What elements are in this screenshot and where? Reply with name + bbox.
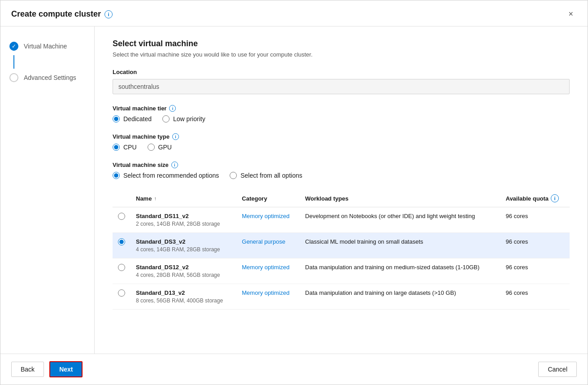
dialog-title-row: Create compute cluster i [11,9,113,19]
vm-tier-lowpriority-label: Low priority [173,115,205,122]
step-circle-advanced-settings [9,73,18,82]
sidebar-item-virtual-machine[interactable]: ✓ Virtual Machine [0,37,94,55]
row-radio-d13v2[interactable] [118,289,125,297]
vm-tier-dedicated-option[interactable]: Dedicated [113,115,152,122]
vm-specs-text: 4 cores, 28GB RAM, 56GB storage [136,272,220,278]
dialog-container: Create compute cluster i × ✓ Virtual Mac… [0,0,588,385]
vm-tier-dedicated-radio[interactable] [113,115,120,122]
category-link-ds11v2[interactable]: Memory optimized [242,213,289,219]
row-category-ds12v2[interactable]: Memory optimized [236,258,300,284]
category-link-ds3v2[interactable]: General purpose [242,238,285,245]
sidebar-item-advanced-settings[interactable]: Advanced Settings [0,69,94,87]
vm-name-text: Standard_D13_v2 [136,289,231,296]
vm-size-field-group: Virtual machine size i Select from recom… [113,162,570,179]
main-content: Select virtual machine Select the virtua… [95,26,588,354]
th-quota-content: Available quota i [505,194,564,202]
table-row[interactable]: Standard_DS12_v24 cores, 28GB RAM, 56GB … [113,258,570,284]
row-category-ds3v2[interactable]: General purpose [236,233,300,258]
next-button[interactable]: Next [49,361,83,377]
row-name-ds12v2: Standard_DS12_v24 cores, 28GB RAM, 56GB … [131,258,236,284]
vm-tier-lowpriority-radio[interactable] [162,115,170,122]
th-select [113,190,131,207]
quota-info-icon[interactable]: i [551,194,559,202]
row-name-ds3v2: Standard_DS3_v24 cores, 14GB RAM, 28GB s… [131,233,236,258]
location-label: Location [113,69,570,75]
dialog-footer: Back Next Cancel [0,354,588,385]
location-input[interactable] [113,79,570,94]
th-name: Name ↑ [131,190,236,207]
row-workload-ds11v2: Development on Notebooks (or other IDE) … [300,207,500,233]
row-name-d13v2: Standard_D13_v28 cores, 56GB RAM, 400GB … [131,284,236,310]
row-category-d13v2[interactable]: Memory optimized [236,284,300,310]
vm-name-text: Standard_DS3_v2 [136,238,231,245]
dialog-info-icon[interactable]: i [105,10,113,18]
sidebar-connector [13,55,14,69]
vm-tier-field-group: Virtual machine tier i Dedicated Low pri… [113,105,570,122]
vm-type-cpu-option[interactable]: CPU [113,144,137,151]
vm-size-recommended-option[interactable]: Select from recommended options [113,172,219,179]
vm-type-gpu-radio[interactable] [148,144,155,151]
section-title: Select virtual machine [113,39,570,48]
row-quota-ds12v2: 96 cores [500,258,570,284]
table-row[interactable]: Standard_DS3_v24 cores, 14GB RAM, 28GB s… [113,233,570,258]
dialog-header: Create compute cluster i × [0,0,588,26]
row-quota-ds3v2: 96 cores [500,233,570,258]
row-category-ds11v2[interactable]: Memory optimized [236,207,300,233]
vm-tier-lowpriority-option[interactable]: Low priority [162,115,205,122]
vm-type-info-icon[interactable]: i [172,133,179,140]
vm-size-radio-group: Select from recommended options Select f… [113,172,570,179]
row-radio-cell-ds12v2[interactable] [113,258,131,284]
vm-tier-info-icon[interactable]: i [169,105,176,112]
vm-size-all-radio[interactable] [230,172,237,179]
back-button[interactable]: Back [11,362,44,377]
vm-type-gpu-label: GPU [158,144,172,151]
vm-size-recommended-radio[interactable] [113,172,120,179]
step-circle-virtual-machine: ✓ [9,42,18,51]
sort-arrow-name[interactable]: ↑ [154,196,157,201]
row-radio-ds3v2[interactable] [118,238,125,245]
sidebar-label-advanced-settings: Advanced Settings [24,74,76,81]
table-row[interactable]: Standard_DS11_v22 cores, 14GB RAM, 28GB … [113,207,570,233]
row-radio-cell-ds3v2[interactable] [113,233,131,258]
vm-type-gpu-option[interactable]: GPU [148,144,172,151]
table-header-row: Name ↑ Category Workload types Available… [113,190,570,207]
table-row[interactable]: Standard_D13_v28 cores, 56GB RAM, 400GB … [113,284,570,310]
dialog-title: Create compute cluster [11,9,101,19]
vm-type-cpu-radio[interactable] [113,144,120,151]
row-radio-ds12v2[interactable] [118,264,125,271]
vm-tier-label: Virtual machine tier i [113,105,570,112]
row-name-ds11v2: Standard_DS11_v22 cores, 14GB RAM, 28GB … [131,207,236,233]
row-workload-ds3v2: Classical ML model training on small dat… [300,233,500,258]
vm-type-cpu-label: CPU [123,144,137,151]
row-quota-ds11v2: 96 cores [500,207,570,233]
cancel-button[interactable]: Cancel [538,362,577,377]
category-link-ds12v2[interactable]: Memory optimized [242,264,289,271]
th-category: Category [236,190,300,207]
row-radio-cell-ds11v2[interactable] [113,207,131,233]
vm-type-field-group: Virtual machine type i CPU GPU [113,133,570,151]
check-icon: ✓ [10,42,17,51]
row-workload-d13v2: Data manipulation and training on large … [300,284,500,310]
row-radio-ds11v2[interactable] [118,213,125,220]
vm-size-label: Virtual machine size i [113,162,570,168]
vm-size-all-label: Select from all options [240,172,302,179]
vm-size-info-icon[interactable]: i [171,162,178,168]
th-name-content: Name ↑ [136,195,231,202]
vm-size-all-option[interactable]: Select from all options [230,172,302,179]
vm-specs-text: 4 cores, 14GB RAM, 28GB storage [136,246,220,253]
vm-table: Name ↑ Category Workload types Available… [113,190,570,310]
row-workload-ds12v2: Data manipulation and training on medium… [300,258,500,284]
vm-tier-dedicated-label: Dedicated [123,115,152,122]
row-quota-d13v2: 96 cores [500,284,570,310]
vm-name-text: Standard_DS11_v2 [136,213,231,219]
vm-specs-text: 8 cores, 56GB RAM, 400GB storage [136,298,223,304]
vm-type-label: Virtual machine type i [113,133,570,140]
location-field-group: Location [113,69,570,94]
vm-type-radio-group: CPU GPU [113,144,570,151]
vm-tier-radio-group: Dedicated Low priority [113,115,570,122]
close-button[interactable]: × [565,8,577,21]
sidebar-label-virtual-machine: Virtual Machine [24,43,67,50]
category-link-d13v2[interactable]: Memory optimized [242,289,289,296]
vm-size-recommended-label: Select from recommended options [123,172,219,179]
row-radio-cell-d13v2[interactable] [113,284,131,310]
